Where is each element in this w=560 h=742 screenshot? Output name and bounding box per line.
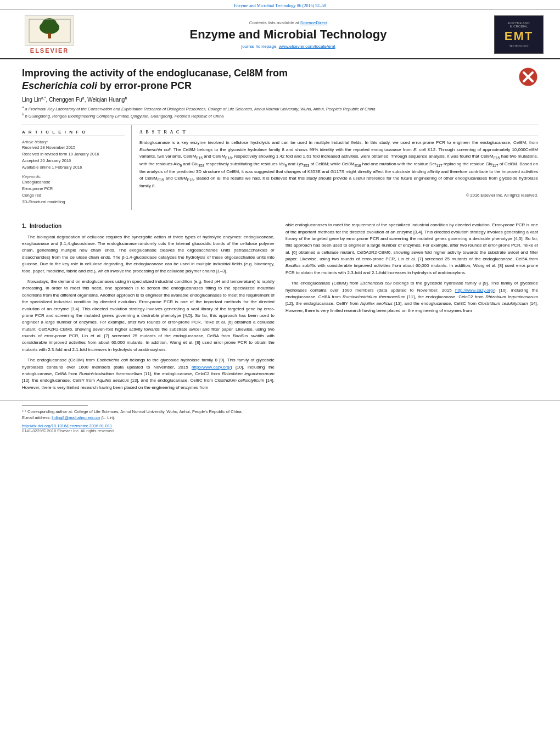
- article-info-panel: A R T I C L E I N F O Article history: R…: [22, 125, 132, 210]
- keywords-label: Keywords:: [22, 174, 125, 179]
- journal-main-title: Enzyme and Microbial Technology: [82, 27, 494, 42]
- affiliation-b: b Guangdong, Rongda Bioengineering Compa…: [25, 114, 223, 119]
- elsevier-logo: ELSEVIER: [16, 15, 82, 54]
- article-title-italic: Escherichia coli: [22, 80, 97, 91]
- journal-header: ELSEVIER Contents lists available at Sci…: [0, 10, 560, 59]
- email-author: (L. Lin).: [101, 415, 115, 420]
- article-info-title: A R T I C L E I N F O: [22, 130, 125, 136]
- homepage-url[interactable]: www.elsevier.com/locate/emt: [279, 44, 335, 49]
- article-title-section: Improving the activity of the endoglucan…: [22, 67, 538, 93]
- section-title-text: Introduction: [30, 223, 61, 229]
- emt-logo: ENZYME ANDMICROBIAL EMT TECHNOLOGY: [494, 15, 544, 54]
- svg-rect-3: [48, 33, 51, 38]
- footnote-email: E-mail address: linling8@mail.ahnu.edu.c…: [22, 415, 538, 421]
- main-content: 1. Introduction The biological degradati…: [0, 222, 560, 395]
- date-revised: Received in revised form 19 January 2016: [22, 151, 125, 158]
- emt-text: EMT: [505, 29, 533, 43]
- affiliation-a: a Provincial Key Laboratory of the Conse…: [25, 107, 375, 111]
- abstract-title: A B S T R A C T: [139, 130, 538, 136]
- cazy-url-2[interactable]: http://www.cazy.org/: [455, 288, 494, 293]
- svg-point-2: [42, 18, 57, 28]
- footnote-corresponding: * * Corresponding author at: College of …: [22, 409, 538, 415]
- elsevier-tree-image: [25, 15, 74, 46]
- sciencedirect-link[interactable]: ScienceDirect: [300, 20, 327, 25]
- right-para-1: able endoglucanases to meet the requirem…: [285, 222, 538, 276]
- issn-line: 0141-0229/© 2016 Elsevier Inc. All right…: [22, 428, 538, 433]
- authors-line: Ling Lina,*, Chenggen Fua, Weiqian Huang…: [22, 96, 538, 103]
- article-body: Improving the activity of the endoglucan…: [0, 59, 560, 222]
- introduction-heading: 1. Introduction: [22, 222, 275, 231]
- email-label: E-mail address:: [22, 415, 52, 420]
- page: Enzyme and Microbial Technology 86 (2016…: [0, 0, 560, 742]
- affiliations: a a Provincial Key Laboratory of the Con…: [22, 105, 538, 119]
- keywords-list: Endoglucanase Error-prone PCR Congo red …: [22, 179, 125, 205]
- copyright-notice: © 2016 Elsevier Inc. All rights reserved…: [139, 193, 538, 198]
- date-received: Received 28 November 2015: [22, 144, 125, 151]
- footnote-divider: [22, 405, 88, 406]
- article-title: Improving the activity of the endoglucan…: [22, 67, 518, 93]
- abstract-panel: A B S T R A C T Endoglucanase is a key e…: [132, 125, 538, 210]
- journal-citation-bar: Enzyme and Microbial Technology 86 (2016…: [0, 0, 560, 10]
- journal-citation-text: Enzyme and Microbial Technology 86 (2016…: [234, 3, 326, 8]
- info-abstract-section: A R T I C L E I N F O Article history: R…: [22, 125, 538, 210]
- keyword-4: 3D-Structural modelling: [22, 199, 125, 205]
- intro-paragraph-1: The biological degradation of cellulose …: [22, 234, 275, 275]
- doi-line[interactable]: http://dx.doi.org/10.1016/j.enzmictec.20…: [22, 423, 538, 428]
- contents-line: Contents lists available at ScienceDirec…: [82, 20, 494, 25]
- intro-paragraph-3: The endoglucanase (Cel8M) from Escherich…: [22, 357, 275, 391]
- cazy-url[interactable]: http://www.cazy.org/: [192, 365, 231, 370]
- keyword-1: Endoglucanase: [22, 179, 125, 186]
- abstract-text: Endoglucanase is a key enzyme involved i…: [139, 140, 538, 189]
- elsevier-label: ELSEVIER: [30, 47, 69, 54]
- section-number: 1.: [22, 223, 26, 229]
- column-right: able endoglucanases to meet the requirem…: [285, 222, 538, 395]
- date-online: Available online 1 February 2016: [22, 164, 125, 171]
- intro-paragraph-2: Nowadays, the demand on endoglucanases u…: [22, 278, 275, 353]
- homepage-label: journal homepage:: [241, 44, 277, 49]
- crossmark-icon[interactable]: [518, 67, 538, 87]
- contents-label: Contents lists available at: [249, 20, 299, 25]
- corresponding-author-note: * Corresponding author at: College of Li…: [25, 409, 243, 414]
- right-para-2: The endoglucanase (Cel8M) from Escherich…: [285, 280, 538, 314]
- keyword-2: Error-prone PCR: [22, 186, 125, 192]
- keyword-3: Congo red: [22, 192, 125, 199]
- journal-homepage-line: journal homepage: www.elsevier.com/locat…: [82, 44, 494, 49]
- history-label: Article history:: [22, 140, 125, 144]
- email-link[interactable]: linling8@mail.ahnu.edu.cn: [52, 415, 100, 420]
- date-accepted: Accepted 20 January 2016: [22, 158, 125, 164]
- article-footer: * * Corresponding author at: College of …: [0, 400, 560, 437]
- keywords-section: Keywords: Endoglucanase Error-prone PCR …: [22, 174, 125, 205]
- journal-title-block: Contents lists available at ScienceDirec…: [82, 20, 494, 49]
- column-left: 1. Introduction The biological degradati…: [22, 222, 275, 395]
- article-dates: Received 28 November 2015 Received in re…: [22, 144, 125, 171]
